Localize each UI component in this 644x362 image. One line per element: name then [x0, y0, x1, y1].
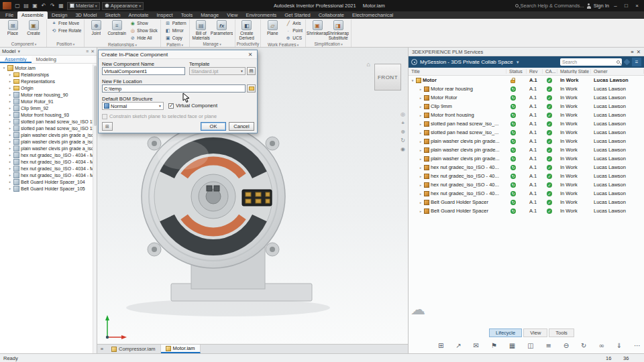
template-browse-button[interactable]: ▤: [247, 67, 256, 75]
ribbon-tab[interactable]: File: [1, 11, 17, 19]
ribbon-group-label[interactable]: Simplification: [307, 41, 350, 47]
tree-item[interactable]: Belt Guard Holder Spacer_105: [0, 185, 97, 192]
connection-cloud-icon[interactable]: ☁: [411, 301, 425, 318]
expander-icon[interactable]: [419, 157, 423, 161]
maximize-button[interactable]: □: [622, 3, 631, 9]
document-menu-icon[interactable]: ≡: [97, 345, 107, 353]
undo-icon[interactable]: [40, 3, 48, 9]
table-row[interactable]: Belt Guard Holder Spacer A.1 In Work Luc…: [409, 198, 644, 206]
expander-icon[interactable]: [8, 186, 12, 190]
expander-icon[interactable]: [419, 105, 423, 109]
share-icon[interactable]: [455, 342, 461, 349]
expander-icon[interactable]: [411, 78, 415, 82]
plm-search-box[interactable]: Search: [560, 58, 622, 66]
ribbon-tab[interactable]: Electromechanical: [348, 11, 397, 19]
expander-icon[interactable]: [2, 66, 6, 70]
save-icon[interactable]: [31, 3, 39, 9]
ribbon-button[interactable]: Pattern: [164, 19, 188, 27]
more-icon[interactable]: [634, 342, 641, 349]
tree-item[interactable]: hex nut gradec_iso_ISO - 4034 - M6 - N_1…: [0, 172, 97, 178]
ribbon-button[interactable]: Show Sick: [128, 27, 158, 34]
ribbon-button[interactable]: Joint: [86, 19, 106, 36]
ribbon-button[interactable]: Create: [23, 19, 44, 36]
expander-icon[interactable]: [8, 126, 12, 130]
expander-icon[interactable]: [8, 166, 12, 170]
expander-icon[interactable]: [419, 96, 423, 100]
ribbon-button[interactable]: Axis: [284, 19, 304, 27]
expander-icon[interactable]: [419, 87, 423, 91]
tree-item[interactable]: Representations: [0, 78, 97, 84]
expander-icon[interactable]: [419, 209, 423, 213]
ribbon-button[interactable]: Parameters: [212, 19, 232, 40]
sign-in-button[interactable]: Sign In: [594, 3, 609, 9]
ribbon-tab[interactable]: 3D Model: [71, 11, 101, 19]
table-row[interactable]: Motor rear housing A.1 In Work Lucas Law…: [409, 84, 644, 93]
ribbon-tab[interactable]: Design: [48, 11, 71, 19]
link-icon[interactable]: [598, 342, 604, 349]
expander-icon[interactable]: [8, 139, 12, 143]
browser-close-icon[interactable]: ✕: [91, 49, 95, 54]
tree-item[interactable]: Motor front housing_93: [0, 111, 97, 118]
dialog-options-button[interactable]: ⊞: [102, 122, 113, 131]
expander-icon[interactable]: [419, 166, 423, 170]
view-cube[interactable]: FRONT: [374, 64, 401, 90]
ribbon-group-label[interactable]: Pattern: [162, 42, 188, 48]
expander-icon[interactable]: [419, 122, 423, 126]
table-row[interactable]: plain washer clevis pin grade... A.1 In …: [409, 145, 644, 154]
ribbon-button[interactable]: Shrinkwrap: [307, 19, 327, 40]
material-combo[interactable]: Material ▾: [67, 2, 100, 10]
plm-tab[interactable]: Tools: [549, 328, 574, 337]
send-icon[interactable]: [474, 342, 479, 349]
ribbon-button[interactable]: Show: [128, 19, 158, 27]
tree-item[interactable]: plain washer clevis pin grade a_iso_ISO …: [0, 138, 97, 145]
table-row[interactable]: slotted pan head screw_iso_... A.1 In Wo…: [409, 128, 644, 137]
table-row[interactable]: Belt Guard Holder Spacer A.1 In Work Luc…: [409, 206, 644, 215]
search-icon[interactable]: [515, 4, 519, 7]
component-name-input[interactable]: VirtualComponent1: [102, 67, 185, 75]
expander-icon[interactable]: [8, 160, 12, 164]
ribbon-button[interactable]: Free Rotate: [50, 27, 83, 34]
expander-icon[interactable]: [8, 99, 12, 103]
expander-icon[interactable]: [8, 79, 12, 83]
ribbon-button[interactable]: Constrain: [107, 19, 127, 36]
expander-icon[interactable]: [8, 153, 12, 157]
column-header[interactable]: CA...: [543, 69, 557, 74]
dialog-close-icon[interactable]: ✕: [246, 52, 254, 58]
browser-filter-icon[interactable]: ≡: [86, 49, 89, 54]
print-icon[interactable]: [57, 3, 65, 9]
template-dropdown[interactable]: Standard.ipt ▼: [189, 67, 246, 75]
tree-item[interactable]: plain washer clevis pin grade a_iso_ISO …: [0, 145, 97, 152]
ribbon-tab[interactable]: Get Started: [280, 11, 314, 19]
new-content-icon[interactable]: [438, 342, 443, 349]
ribbon-button[interactable]: Hide All: [128, 34, 158, 42]
table-row[interactable]: Motor A.1 In Work Lucas Lawson: [409, 76, 644, 84]
pan-icon[interactable]: [401, 120, 405, 126]
tree-item[interactable]: hex nut gradec_iso_ISO - 4034 - M6 - N_1…: [0, 165, 97, 172]
table-row[interactable]: hex nut gradec_iso_ISO - 40... A.1 In Wo…: [409, 180, 644, 189]
expander-icon[interactable]: [419, 139, 423, 143]
panel-close-icon[interactable]: ✕: [637, 49, 641, 55]
ribbon-button[interactable]: Shrinkwrap Substitute: [328, 19, 348, 40]
browser-tab[interactable]: Modeling: [32, 56, 61, 63]
ribbon-group-label[interactable]: Work Features: [262, 42, 304, 48]
pin-icon[interactable]: [491, 342, 497, 349]
ribbon-button[interactable]: Copy: [164, 34, 188, 42]
look-at-icon[interactable]: [400, 146, 405, 152]
column-header[interactable]: Status: [506, 69, 527, 74]
ok-button[interactable]: OK: [201, 122, 226, 131]
ribbon-group-label[interactable]: Position: [48, 41, 83, 47]
expander-icon[interactable]: [8, 93, 12, 97]
ribbon-group-label[interactable]: Productivity: [237, 41, 260, 47]
ribbon-button[interactable]: Bill of Materials: [191, 19, 211, 40]
plm-tab[interactable]: View: [523, 328, 547, 337]
file-location-input[interactable]: C:\temp: [102, 84, 246, 93]
close-button[interactable]: ×: [633, 3, 641, 9]
ribbon-tab[interactable]: Collaborate: [315, 11, 348, 19]
ribbon-button[interactable]: Mirror: [164, 27, 188, 34]
plm-menu-icon[interactable]: ≡: [632, 58, 641, 66]
expander-icon[interactable]: [419, 113, 423, 117]
refresh-icon[interactable]: [581, 342, 586, 349]
table-row[interactable]: hex nut gradec_iso_ISO - 40... A.1 In Wo…: [409, 189, 644, 198]
tree-item[interactable]: hex nut gradec_iso_ISO - 4034 - M6 - N_1…: [0, 152, 97, 158]
expander-icon[interactable]: [8, 146, 12, 150]
